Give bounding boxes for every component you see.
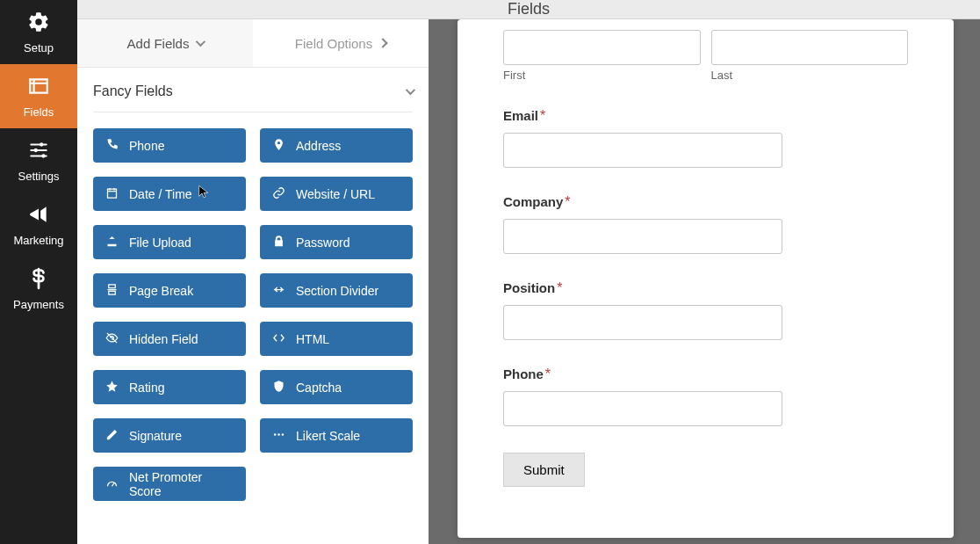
name-last-col: Last bbox=[711, 30, 909, 82]
field-label: Likert Scale bbox=[296, 429, 360, 443]
tab-field-options[interactable]: Field Options bbox=[253, 19, 429, 67]
field-html[interactable]: HTML bbox=[260, 322, 413, 356]
company-input[interactable] bbox=[503, 219, 782, 254]
pin-icon bbox=[272, 138, 285, 154]
field-label: Date / Time bbox=[129, 187, 192, 201]
email-label: Email bbox=[503, 108, 538, 123]
first-name-sublabel: First bbox=[503, 69, 701, 82]
field-label: Captcha bbox=[296, 381, 342, 395]
company-block: Company* bbox=[503, 194, 908, 254]
tab-label: Field Options bbox=[295, 36, 372, 51]
field-url[interactable]: Website / URL bbox=[260, 177, 413, 211]
phone-input[interactable] bbox=[503, 391, 782, 426]
eye-off-icon bbox=[105, 331, 119, 347]
sidebar-label: Setup bbox=[24, 41, 54, 54]
email-input[interactable] bbox=[503, 133, 782, 168]
field-grid: Phone Address Date / Time Website / URL … bbox=[77, 112, 429, 517]
field-rating[interactable]: Rating bbox=[93, 370, 246, 404]
sidebar-item-marketing[interactable]: Marketing bbox=[0, 192, 77, 257]
chevron-down-icon bbox=[196, 37, 205, 47]
upload-icon bbox=[105, 235, 119, 250]
gear-icon bbox=[27, 11, 50, 36]
sidebar-label: Settings bbox=[18, 170, 60, 183]
field-phone[interactable]: Phone bbox=[93, 128, 246, 163]
field-likert[interactable]: Likert Scale bbox=[260, 418, 413, 453]
field-datetime[interactable]: Date / Time bbox=[93, 177, 246, 211]
star-icon bbox=[105, 380, 119, 395]
lock-icon bbox=[272, 235, 285, 250]
field-label: Net Promoter Score bbox=[129, 470, 234, 498]
shield-icon bbox=[272, 380, 285, 395]
required-mark: * bbox=[545, 366, 551, 381]
field-label: File Upload bbox=[129, 236, 191, 250]
field-label: Section Divider bbox=[296, 284, 378, 298]
calendar-icon bbox=[105, 186, 119, 202]
position-block: Position* bbox=[503, 280, 908, 340]
field-nps[interactable]: Net Promoter Score bbox=[93, 467, 246, 501]
field-divider[interactable]: Section Divider bbox=[260, 273, 413, 308]
svg-point-2 bbox=[41, 154, 45, 157]
company-label: Company bbox=[503, 194, 563, 209]
phone-icon bbox=[105, 138, 119, 154]
field-address[interactable]: Address bbox=[260, 128, 413, 163]
required-mark: * bbox=[557, 280, 562, 295]
group-title: Fancy Fields bbox=[93, 83, 173, 99]
field-label: Website / URL bbox=[296, 187, 375, 201]
field-password[interactable]: Password bbox=[260, 225, 413, 259]
divider-icon bbox=[272, 283, 285, 299]
form-preview: First Last Email* Company* bbox=[431, 19, 980, 544]
sidebar: Setup Fields Settings Marketing Payments bbox=[0, 0, 77, 544]
dots-icon bbox=[272, 428, 285, 444]
group-fancy-fields[interactable]: Fancy Fields bbox=[93, 83, 413, 112]
svg-point-3 bbox=[274, 433, 277, 436]
svg-point-0 bbox=[40, 142, 43, 146]
link-icon bbox=[272, 186, 285, 202]
megaphone-icon bbox=[27, 203, 50, 228]
name-first-col: First bbox=[503, 30, 701, 82]
form-icon bbox=[27, 75, 50, 100]
tab-label: Add Fields bbox=[127, 36, 190, 51]
sidebar-item-settings[interactable]: Settings bbox=[0, 128, 77, 192]
sidebar-label: Payments bbox=[13, 298, 64, 311]
main-area: Fields Add Fields Field Options Fancy Fi… bbox=[77, 0, 980, 544]
field-upload[interactable]: File Upload bbox=[93, 225, 246, 259]
field-signature[interactable]: Signature bbox=[93, 418, 246, 453]
field-label: Signature bbox=[129, 429, 182, 443]
field-label: Hidden Field bbox=[129, 332, 198, 346]
page-title: Fields bbox=[508, 0, 550, 18]
fields-panel: Add Fields Field Options Fancy Fields Ph… bbox=[77, 19, 431, 544]
gauge-icon bbox=[105, 476, 119, 492]
svg-point-5 bbox=[282, 433, 285, 436]
submit-button[interactable]: Submit bbox=[503, 453, 585, 487]
last-name-sublabel: Last bbox=[711, 69, 909, 82]
field-captcha[interactable]: Captcha bbox=[260, 370, 413, 404]
sidebar-item-setup[interactable]: Setup bbox=[0, 0, 77, 64]
chevron-down-icon bbox=[406, 85, 415, 95]
field-label: HTML bbox=[296, 332, 329, 346]
field-label: Address bbox=[296, 139, 341, 153]
panel-tabs: Add Fields Field Options bbox=[77, 19, 429, 68]
field-label: Password bbox=[296, 236, 349, 250]
field-label: Rating bbox=[129, 381, 164, 395]
email-block: Email* bbox=[503, 108, 908, 168]
tab-add-fields[interactable]: Add Fields bbox=[77, 19, 253, 67]
svg-point-1 bbox=[34, 148, 38, 151]
field-pagebreak[interactable]: Page Break bbox=[93, 273, 246, 308]
svg-point-4 bbox=[277, 433, 280, 436]
chevron-right-icon bbox=[378, 38, 388, 47]
pencil-icon bbox=[105, 428, 119, 444]
field-label: Phone bbox=[129, 139, 164, 153]
phone-block: Phone* bbox=[503, 366, 908, 426]
sidebar-item-fields[interactable]: Fields bbox=[0, 64, 77, 128]
position-input[interactable] bbox=[503, 305, 782, 340]
sidebar-item-payments[interactable]: Payments bbox=[0, 257, 77, 321]
sidebar-label: Fields bbox=[24, 105, 54, 119]
field-hidden[interactable]: Hidden Field bbox=[93, 322, 246, 356]
field-label: Page Break bbox=[129, 284, 193, 298]
required-mark: * bbox=[540, 108, 545, 123]
first-name-input[interactable] bbox=[503, 30, 701, 65]
required-mark: * bbox=[565, 194, 570, 209]
dollar-icon bbox=[27, 267, 50, 293]
last-name-input[interactable] bbox=[711, 30, 909, 65]
topbar: Fields bbox=[77, 0, 980, 19]
